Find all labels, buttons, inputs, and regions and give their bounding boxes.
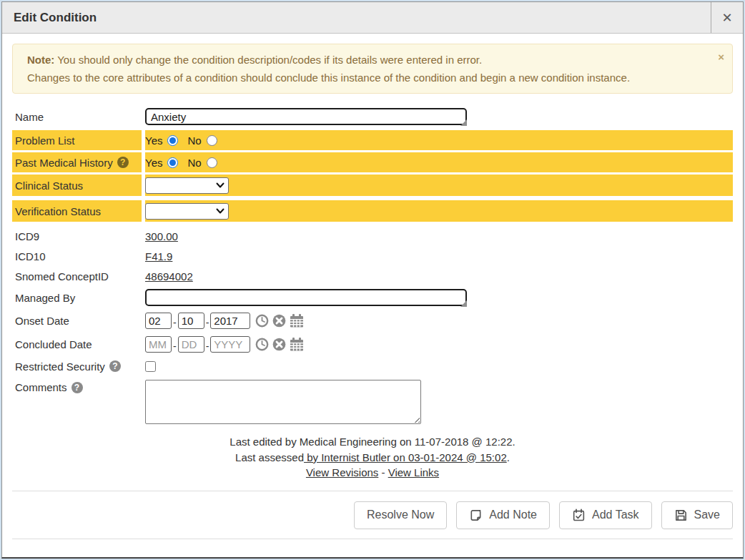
condition-name-input[interactable] — [145, 108, 467, 125]
dialog-close-button[interactable]: ✕ — [711, 2, 743, 33]
note-icon — [469, 509, 483, 522]
comments-textarea[interactable] — [145, 380, 421, 424]
comments-row: Comments ? — [12, 378, 733, 426]
add-note-button[interactable]: Add Note — [456, 501, 550, 529]
resize-grip-icon[interactable] — [460, 300, 467, 307]
problem-list-yes-label: Yes — [145, 134, 162, 147]
restricted-security-label: Restricted Security — [15, 360, 105, 373]
clear-circle-icon — [272, 338, 286, 351]
concluded-calendar-button[interactable] — [290, 338, 304, 351]
resolve-now-button[interactable]: Resolve Now — [354, 501, 447, 529]
help-icon[interactable]: ? — [71, 382, 83, 393]
icd9-label: ICD9 — [15, 230, 39, 242]
clock-icon — [255, 314, 269, 328]
action-buttons: Resolve Now Add Note Add Task Save — [12, 491, 733, 539]
verification-status-label: Verification Status — [15, 205, 101, 217]
concluded-time-button[interactable] — [255, 338, 269, 351]
dismiss-icon: × — [718, 51, 724, 63]
concluded-date-label: Concluded Date — [15, 338, 92, 350]
managed-by-input[interactable] — [145, 289, 467, 306]
resize-grip-icon[interactable] — [460, 119, 467, 126]
icd9-row: ICD9 300.00 — [12, 227, 733, 245]
close-icon: ✕ — [721, 11, 732, 25]
note-line-2: Changes to the core attributes of a cond… — [27, 69, 704, 87]
pmh-yes-radio[interactable] — [167, 157, 178, 168]
view-revisions-link[interactable]: View Revisions — [306, 466, 378, 478]
comments-label: Comments — [15, 381, 67, 393]
past-medical-history-row: Past Medical History ? Yes No — [12, 152, 733, 172]
concluded-clear-button[interactable] — [272, 338, 286, 351]
dialog-title: Edit Condition — [2, 2, 97, 33]
concluded-date-row: Concluded Date - - — [12, 333, 733, 355]
name-row: Name — [12, 106, 733, 127]
past-medical-history-label: Past Medical History — [15, 157, 113, 169]
pmh-no-radio[interactable] — [207, 157, 217, 168]
edit-condition-dialog: Edit Condition ✕ × Note: You should only… — [1, 1, 744, 559]
save-button[interactable]: Save — [661, 501, 733, 529]
managed-by-label: Managed By — [15, 292, 75, 304]
snomed-code-link[interactable]: 48694002 — [145, 270, 193, 283]
save-floppy-icon — [674, 509, 688, 522]
verification-status-select[interactable] — [145, 203, 229, 220]
pmh-yes-label: Yes — [145, 157, 162, 169]
view-links-line: View Revisions - View Links — [12, 465, 733, 481]
icd10-label: ICD10 — [15, 250, 46, 262]
note-prefix: Note: — [27, 54, 54, 66]
icd9-code-link[interactable]: 300.00 — [145, 230, 178, 242]
restricted-security-checkbox[interactable] — [145, 361, 156, 372]
date-separator: - — [173, 317, 177, 328]
icd10-code-link[interactable]: F41.9 — [145, 250, 172, 262]
restricted-security-row: Restricted Security ? — [12, 357, 733, 375]
snomed-label: Snomed ConceptID — [15, 270, 109, 283]
date-separator: - — [206, 317, 209, 328]
onset-day-input[interactable] — [178, 313, 204, 329]
clinical-status-label: Clinical Status — [15, 180, 83, 192]
snomed-row: Snomed ConceptID 48694002 — [12, 267, 733, 285]
calendar-icon — [290, 314, 304, 328]
calendar-icon — [290, 338, 304, 351]
onset-year-input[interactable] — [210, 313, 250, 329]
concluded-month-input[interactable] — [145, 336, 172, 353]
note-banner: × Note: You should only change the condi… — [12, 44, 733, 94]
help-icon[interactable]: ? — [109, 360, 121, 372]
add-task-button[interactable]: Add Task — [559, 501, 652, 529]
note-dismiss-button[interactable]: × — [718, 51, 724, 63]
onset-calendar-button[interactable] — [290, 314, 304, 328]
name-label: Name — [15, 111, 44, 123]
icd10-row: ICD10 F41.9 — [12, 247, 733, 265]
dialog-body: × Note: You should only change the condi… — [2, 34, 743, 549]
onset-month-input[interactable] — [145, 313, 172, 329]
clinical-status-row: Clinical Status — [12, 175, 733, 196]
clock-icon — [255, 338, 269, 351]
view-links-link[interactable]: View Links — [388, 466, 439, 478]
audit-info: Last edited by Medical Engineering on 11… — [12, 434, 733, 481]
verification-status-row: Verification Status — [12, 200, 733, 222]
last-assessed-text: Last assessed by Internist Butler on 03-… — [12, 450, 733, 466]
clear-circle-icon — [272, 314, 286, 328]
onset-clear-button[interactable] — [272, 314, 286, 328]
concluded-day-input[interactable] — [178, 336, 204, 353]
pmh-no-label: No — [187, 157, 201, 169]
divider — [12, 539, 733, 539]
note-line-1: Note: You should only change the conditi… — [27, 51, 704, 69]
edit-condition-form: Name Problem List Yes No — [12, 106, 733, 426]
last-edited-text: Last edited by Medical Engineering on 11… — [12, 434, 733, 450]
task-calendar-icon — [572, 509, 586, 522]
clinical-status-select[interactable] — [145, 177, 229, 194]
concluded-year-input[interactable] — [210, 336, 250, 353]
help-icon[interactable]: ? — [117, 157, 129, 168]
problem-list-label: Problem List — [15, 134, 74, 147]
dialog-header: Edit Condition ✕ — [2, 2, 743, 34]
problem-list-no-label: No — [187, 134, 201, 147]
date-separator: - — [173, 340, 177, 352]
problem-list-no-radio[interactable] — [207, 135, 217, 146]
managed-by-row: Managed By — [12, 288, 733, 308]
onset-date-row: Onset Date - - — [12, 310, 733, 331]
problem-list-yes-radio[interactable] — [167, 135, 178, 146]
last-assessed-link[interactable]: by Internist Butler on 03-01-2024 @ 15:0… — [304, 451, 507, 463]
problem-list-row: Problem List Yes No — [12, 130, 733, 150]
date-separator: - — [206, 340, 209, 352]
onset-time-button[interactable] — [255, 314, 269, 328]
onset-date-label: Onset Date — [15, 315, 69, 327]
